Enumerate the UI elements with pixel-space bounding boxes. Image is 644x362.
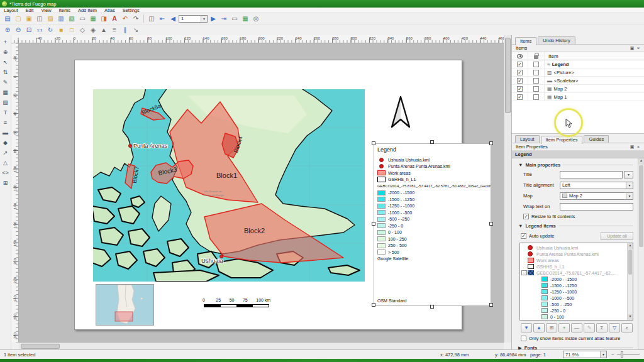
canvas-vertical-scrollbar[interactable]	[504, 35, 511, 343]
add-legend-icon[interactable]: ≡	[1, 118, 11, 127]
legend-items-group[interactable]: ▼ Legend items	[518, 223, 633, 229]
items-table-row[interactable]: ✓ ≡Legend	[512, 60, 644, 69]
print-icon[interactable]: ▭	[77, 14, 87, 23]
export-svg-icon[interactable]: ◨	[99, 14, 109, 23]
move-content-tool-icon[interactable]: ⇅	[1, 67, 11, 77]
tree-expander-icon[interactable]: −	[521, 270, 527, 275]
selection-handle-top-mid[interactable]	[430, 140, 434, 144]
legend-tree-item[interactable]: − GEBCO2014_-75.8781_-57.4417_-62....	[521, 270, 626, 276]
zoom-out-icon[interactable]: ⊖	[13, 25, 23, 35]
legend-count-features-button[interactable]: Σ	[596, 323, 608, 332]
float-panel-icon[interactable]: ▣	[629, 45, 635, 52]
new-report-icon[interactable]: ▧	[67, 14, 77, 23]
zoom-level-select[interactable]: 71.9% ▼	[563, 351, 607, 358]
scroll-up-icon[interactable]: ▲	[628, 243, 633, 249]
legend-move-down-button[interactable]: ▼	[521, 323, 532, 332]
legend-tree-item[interactable]: Punta Arenas Punta Arenas.kml	[521, 251, 626, 257]
legend-title-input[interactable]	[560, 171, 623, 178]
legend-tree-item[interactable]: Work areas	[521, 257, 626, 263]
menu-item[interactable]: Add Item	[74, 8, 101, 13]
close-panel-icon[interactable]: ×	[635, 144, 641, 150]
selection-handle-mid-right[interactable]	[489, 222, 493, 226]
panel-tab[interactable]: Item Properties	[541, 136, 583, 144]
north-arrow-item[interactable]	[387, 93, 414, 131]
legend-tree-item[interactable]: 100 - 250	[521, 320, 626, 321]
selection-handle-top-left[interactable]	[372, 141, 375, 145]
new-layout-icon[interactable]: ▢	[13, 14, 23, 23]
legend-tree-item[interactable]: -1000 - -500	[521, 295, 626, 301]
tree-scroll-thumb[interactable]	[628, 250, 632, 275]
tree-expander-icon[interactable]	[521, 258, 527, 263]
visibility-checkbox[interactable]: ✓	[517, 78, 523, 84]
lock-checkbox[interactable]	[533, 78, 539, 84]
atlas-next-icon[interactable]: ▶	[208, 14, 218, 23]
ungroup-items-icon[interactable]: ◈	[88, 25, 98, 35]
layout-manager-icon[interactable]: ◫	[35, 14, 45, 23]
add-shape-icon[interactable]: ◆	[1, 138, 11, 147]
scroll-up-icon[interactable]: ▲	[638, 158, 644, 165]
export-atlas-icon[interactable]: ▦	[240, 14, 250, 23]
selection-handle-mid-left[interactable]	[372, 222, 375, 226]
redo-icon[interactable]: ↷	[131, 14, 141, 23]
atlas-prev-icon[interactable]: ◀	[168, 14, 178, 23]
panel-tab[interactable]: Items	[515, 37, 536, 45]
legend-item[interactable]: Legend Ushuaia Ushuaia.kml Punta Arenas …	[374, 143, 491, 306]
visibility-checkbox[interactable]: ✓	[517, 62, 523, 67]
menu-item[interactable]: Settings	[119, 8, 143, 13]
tree-expander-icon[interactable]	[535, 308, 541, 313]
panel-tab[interactable]: Layout	[515, 135, 540, 143]
add-table-icon[interactable]: ⊞	[1, 178, 11, 187]
save-project-icon[interactable]: ▤	[3, 14, 13, 23]
add-map-icon[interactable]: ▦	[1, 87, 11, 97]
float-panel-icon[interactable]: ▣	[629, 144, 635, 150]
load-template-icon[interactable]: ▨	[45, 14, 55, 23]
select-move-tool-icon[interactable]: ↖	[1, 57, 11, 67]
add-label-icon[interactable]: T	[1, 107, 11, 117]
auto-update-checkbox[interactable]: ✓	[521, 233, 526, 239]
duplicate-layout-icon[interactable]: ▣	[24, 14, 34, 23]
close-panel-icon[interactable]: ×	[635, 45, 641, 52]
legend-move-up-button[interactable]: ▲	[533, 323, 545, 332]
atlas-last-icon[interactable]: ⇥	[219, 14, 229, 23]
align-items-icon[interactable]: ≡	[109, 25, 119, 35]
lock-items-icon[interactable]: ■	[56, 25, 66, 35]
items-table-row[interactable]: ✓ ▬<Scalebar>	[512, 77, 644, 85]
legend-filter-expression-button[interactable]: ε	[621, 323, 633, 332]
canvas-horizontal-scrollbar[interactable]	[19, 343, 504, 349]
tree-expander-icon[interactable]	[521, 251, 527, 256]
horizontal-scroll-thumb[interactable]	[21, 344, 60, 349]
resize-to-fit-checkbox[interactable]: ✓	[523, 214, 529, 219]
legend-tree-item[interactable]: Ushuaia Ushuaia.kml	[521, 244, 626, 251]
visibility-checkbox[interactable]: ✓	[517, 70, 523, 75]
tree-expander-icon[interactable]	[535, 314, 541, 319]
atlas-page-spinner[interactable]: 1 ▼	[179, 15, 208, 23]
legend-remove-item-button[interactable]: —	[571, 323, 582, 332]
zoom-slider-handle[interactable]	[621, 351, 623, 358]
menu-item[interactable]: Layout	[0, 8, 22, 13]
atlas-first-icon[interactable]: ⇤	[157, 14, 167, 23]
legend-filter-button[interactable]: ▽	[609, 323, 620, 332]
zoom-actual-icon[interactable]: 1:1	[35, 25, 45, 35]
save-template-icon[interactable]: ▥	[56, 14, 66, 23]
export-pdf-icon[interactable]: A	[109, 14, 119, 23]
tree-expander-icon[interactable]	[535, 277, 541, 282]
properties-scrollbar[interactable]: ▲ ▼	[638, 158, 644, 355]
zoom-in-icon[interactable]: ⊕	[3, 25, 13, 35]
distribute-items-icon[interactable]: ∥	[120, 25, 130, 35]
legend-edit-button[interactable]: ✎	[584, 323, 595, 332]
atlas-preview-icon[interactable]: ◫	[147, 14, 157, 23]
legend-tree-item[interactable]: -500 - -250	[521, 301, 626, 307]
group-items-icon[interactable]: ◇	[77, 25, 87, 35]
items-table-row[interactable]: ✓ ▨<Picture>	[512, 69, 644, 77]
pan-tool-icon[interactable]: +	[1, 37, 11, 47]
visibility-checkbox[interactable]: ✓	[517, 86, 523, 92]
zoom-out-slider-icon[interactable]: −	[611, 352, 614, 358]
tree-expander-icon[interactable]	[535, 289, 541, 294]
tree-expander-icon[interactable]	[535, 302, 541, 307]
resize-items-icon[interactable]: ↘	[131, 25, 141, 35]
linked-map-select[interactable]: Map 2 ▼	[560, 192, 633, 200]
data-defined-override-icon[interactable]: ▾	[624, 171, 633, 178]
wrap-text-input[interactable]	[560, 203, 633, 211]
add-arrow-icon[interactable]: ↗	[1, 148, 11, 157]
atlas-settings-icon[interactable]: ◎	[251, 14, 261, 23]
